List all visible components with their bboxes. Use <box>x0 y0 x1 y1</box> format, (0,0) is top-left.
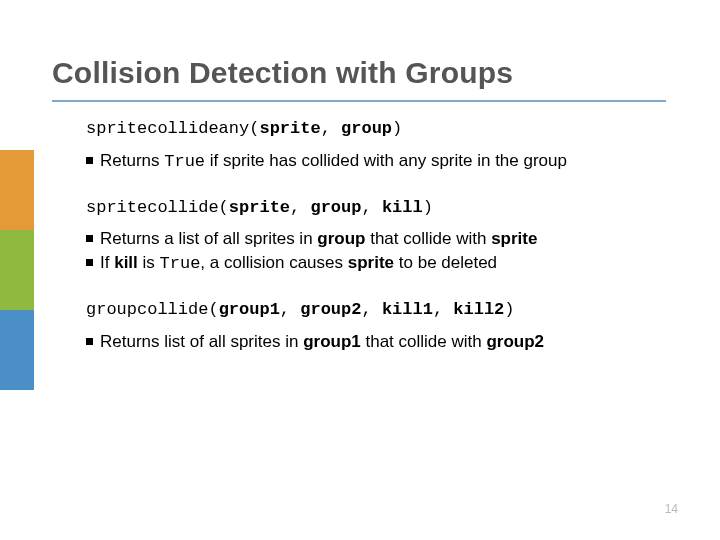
accent-green <box>0 230 34 310</box>
slide: Collision Detection with Groups spriteco… <box>0 0 720 540</box>
bullet-item: If kill is True, a collision causes spri… <box>86 252 666 275</box>
bullets-groupcollide: Returns list of all sprites in group1 th… <box>86 331 666 353</box>
code-spritecollideany: spritecollideany(sprite, group) <box>86 118 666 140</box>
title-underline <box>52 100 666 102</box>
page-number: 14 <box>665 502 678 516</box>
accent-blue <box>0 310 34 390</box>
code-groupcollide: groupcollide(group1, group2, kill1, kill… <box>86 299 666 321</box>
accent-sidebar <box>0 150 34 390</box>
accent-orange <box>0 150 34 230</box>
bullet-item: Returns True if sprite has collided with… <box>86 150 666 173</box>
bullet-item: Returns list of all sprites in group1 th… <box>86 331 666 353</box>
slide-title: Collision Detection with Groups <box>52 56 513 90</box>
bullet-item: Returns a list of all sprites in group t… <box>86 228 666 250</box>
slide-content: spritecollideany(sprite, group) Returns … <box>86 118 666 376</box>
code-spritecollide: spritecollide(sprite, group, kill) <box>86 197 666 219</box>
bullets-spritecollide: Returns a list of all sprites in group t… <box>86 228 666 275</box>
bullets-spritecollideany: Returns True if sprite has collided with… <box>86 150 666 173</box>
